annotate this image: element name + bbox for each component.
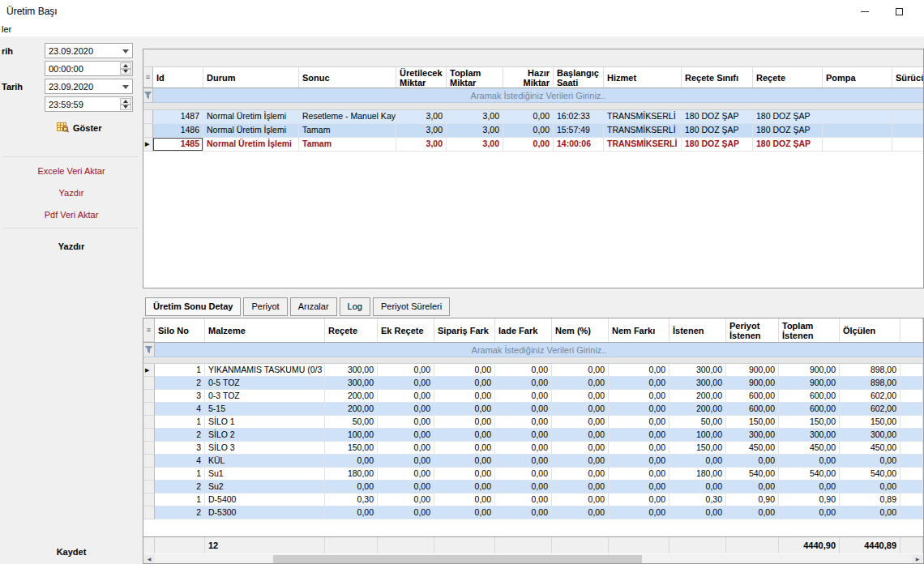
cell[interactable] [900, 506, 923, 519]
cell[interactable]: 0,00 [552, 506, 609, 519]
end-time-field[interactable]: 23:59:59 [45, 96, 133, 112]
cell[interactable]: 0,00 [434, 494, 495, 506]
cell[interactable]: 0,00 [434, 403, 495, 416]
cell[interactable]: 0,00 [609, 468, 669, 481]
cell[interactable]: 2 [155, 429, 205, 442]
cell[interactable]: 0,00 [434, 468, 495, 481]
cell[interactable]: 3,00 [396, 124, 447, 138]
cell[interactable]: 0,00 [609, 416, 669, 429]
cell[interactable]: 0,00 [325, 455, 378, 468]
cell[interactable]: 150,00 [726, 416, 779, 429]
cell[interactable]: 1 [155, 468, 205, 481]
cell[interactable]: 0,30 [669, 494, 726, 506]
cell[interactable]: 4 [155, 455, 205, 468]
cell[interactable]: 300,00 [669, 377, 726, 390]
cell[interactable]: 0,00 [434, 481, 495, 494]
scroll-thumb[interactable] [273, 555, 642, 563]
cell[interactable]: 0,00 [503, 110, 554, 124]
cell[interactable]: 898,00 [840, 364, 900, 377]
chevron-down-icon[interactable] [122, 85, 129, 89]
table-row[interactable]: 45-15200,000,000,000,000,000,00200,00600… [143, 403, 923, 416]
cell[interactable]: 0,00 [378, 403, 434, 416]
cell[interactable]: 0,00 [609, 403, 669, 416]
cell[interactable]: 0,00 [609, 455, 669, 468]
cell[interactable]: 180,00 [669, 468, 726, 481]
cell[interactable] [900, 468, 923, 481]
tab-2[interactable]: Periyot [243, 297, 287, 316]
cell[interactable]: 180 DOZ ŞAP [753, 138, 823, 152]
cell[interactable]: 0,00 [552, 416, 609, 429]
tab-1[interactable]: Üretim Sonu Detay [145, 297, 241, 316]
cell[interactable]: 0,00 [434, 364, 495, 377]
cell[interactable]: 50,00 [669, 416, 726, 429]
cell[interactable]: KÜL [205, 455, 325, 468]
cell[interactable]: 450,00 [840, 442, 900, 455]
cell[interactable]: 200,00 [325, 390, 378, 403]
cell[interactable]: 0,00 [378, 390, 434, 403]
table-row[interactable]: 1SİLO 150,000,000,000,000,000,0050,00150… [143, 416, 923, 429]
cell[interactable]: 900,00 [726, 364, 779, 377]
cell[interactable]: TRANSMİKSERLİ [604, 138, 682, 152]
cell[interactable]: 0,00 [434, 506, 495, 519]
cell[interactable]: 0,00 [609, 377, 669, 390]
column-header[interactable]: Iade Fark [495, 318, 552, 342]
cell[interactable] [900, 364, 923, 377]
cell[interactable]: 180 DOZ ŞAP [682, 110, 753, 124]
cell[interactable]: 0,89 [840, 494, 900, 506]
column-header[interactable]: Nem Farkı [609, 318, 669, 342]
export-excel-link[interactable]: Excele Veri Aktar [0, 166, 143, 176]
cell[interactable]: 0,00 [609, 390, 669, 403]
cell[interactable]: 0,00 [378, 494, 434, 506]
cell[interactable]: 0,00 [495, 390, 552, 403]
cell[interactable]: 602,00 [840, 390, 900, 403]
cell[interactable]: 0,00 [779, 506, 840, 519]
cell[interactable] [900, 377, 923, 390]
column-header[interactable] [900, 318, 923, 342]
cell[interactable]: 0,00 [840, 455, 900, 468]
cell[interactable]: 0,00 [434, 442, 495, 455]
table-row[interactable]: 1485Normal Üretim İşlemiTamam3,003,000,0… [143, 138, 923, 152]
cell[interactable]: 602,00 [840, 403, 900, 416]
menu-item[interactable]: ler [2, 24, 11, 34]
cell[interactable]: Normal Üretim İşlemi [203, 110, 299, 124]
cell[interactable]: 16:02:33 [554, 110, 604, 124]
cell[interactable]: 0,00 [378, 506, 434, 519]
cell[interactable]: 600,00 [726, 403, 779, 416]
detail-filter-row[interactable]: Aramak İstediğiniz Verileri Giriniz.. [143, 343, 923, 357]
cell[interactable]: 0,90 [726, 494, 779, 506]
cell[interactable]: 0,00 [495, 455, 552, 468]
column-chooser-icon[interactable]: ≡ [143, 318, 155, 342]
cell[interactable]: 0,00 [726, 455, 779, 468]
minimize-button[interactable] [849, 0, 880, 23]
cell[interactable]: 1485 [153, 138, 203, 152]
cell[interactable]: 0,00 [378, 455, 434, 468]
spin-down-button[interactable] [120, 69, 131, 75]
column-header[interactable]: Reçete [753, 67, 823, 88]
table-row[interactable]: 4KÜL0,000,000,000,000,000,000,000,000,00… [143, 455, 923, 468]
table-row[interactable]: 1D-54000,300,000,000,000,000,000,300,900… [143, 494, 923, 506]
cell[interactable]: 0,00 [552, 494, 609, 506]
cell[interactable]: 3 [155, 442, 205, 455]
cell[interactable]: 0,00 [434, 416, 495, 429]
cell[interactable]: Tamam [299, 138, 396, 152]
cell[interactable]: D-5300 [205, 506, 325, 519]
cell[interactable]: 300,00 [325, 364, 378, 377]
cell[interactable]: 450,00 [726, 442, 779, 455]
cell[interactable]: 0,00 [669, 481, 726, 494]
column-header[interactable]: Id [153, 67, 203, 88]
cell[interactable]: 0,00 [669, 455, 726, 468]
cell[interactable]: 5-15 [205, 403, 325, 416]
horizontal-scrollbar[interactable]: ◀ ▶ [143, 554, 923, 564]
cell[interactable]: 4 [155, 403, 205, 416]
cell[interactable]: 0,00 [726, 481, 779, 494]
save-button[interactable]: Kaydet [0, 547, 143, 557]
cell[interactable]: 0-5 TOZ [205, 377, 325, 390]
cell[interactable]: 2 [155, 506, 205, 519]
cell[interactable]: 200,00 [669, 390, 726, 403]
export-pdf-link[interactable]: Pdf Veri Aktar [0, 210, 143, 220]
cell[interactable]: SİLO 3 [205, 442, 325, 455]
cell[interactable] [900, 416, 923, 429]
cell[interactable] [892, 110, 924, 124]
cell[interactable]: 0,00 [495, 416, 552, 429]
cell[interactable]: 0-3 TOZ [205, 390, 325, 403]
